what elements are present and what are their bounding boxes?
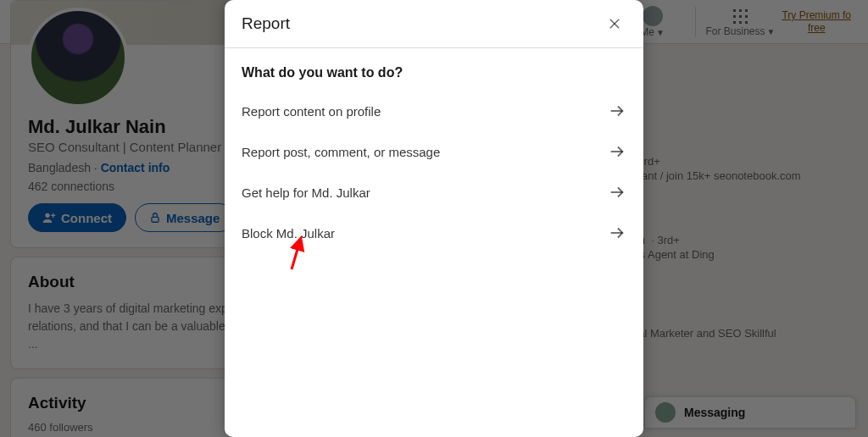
option-label: Get help for Md. Julkar xyxy=(242,185,370,200)
option-label: Report content on profile xyxy=(242,104,381,119)
arrow-right-icon xyxy=(608,224,626,242)
report-option[interactable]: Report post, comment, or message xyxy=(242,131,626,172)
modal-body: What do you want to do? Report content o… xyxy=(225,48,643,270)
report-option[interactable]: Block Md. Julkar xyxy=(242,213,626,253)
arrow-right-icon xyxy=(608,102,626,120)
option-label: Report post, comment, or message xyxy=(242,145,440,159)
option-label: Block Md. Julkar xyxy=(242,226,335,241)
modal-header: Report xyxy=(225,0,643,48)
report-modal: Report What do you want to do? Report co… xyxy=(225,0,643,437)
close-button[interactable] xyxy=(603,12,626,36)
report-option[interactable]: Report content on profile xyxy=(242,91,626,131)
arrow-right-icon xyxy=(608,142,626,161)
modal-question: What do you want to do? xyxy=(242,65,626,80)
modal-title: Report xyxy=(242,14,290,33)
report-option[interactable]: Get help for Md. Julkar xyxy=(242,172,626,213)
arrow-right-icon xyxy=(608,183,626,202)
